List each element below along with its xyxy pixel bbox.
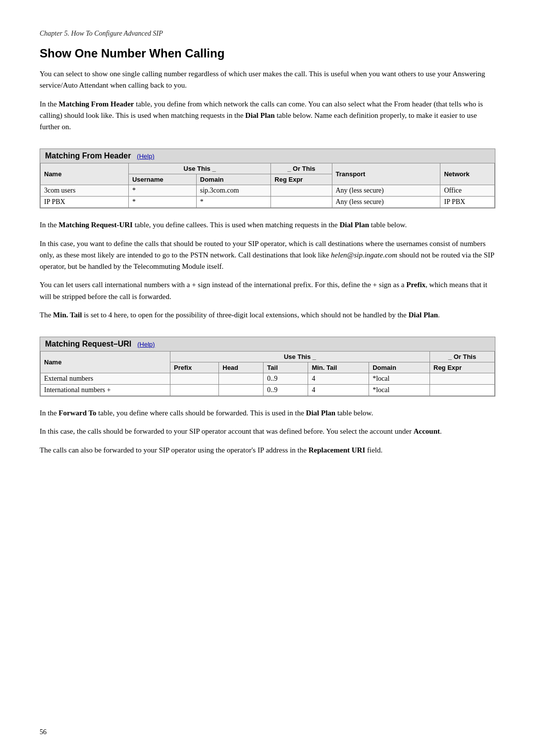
table2-col-regexpr: Reg Expr — [430, 362, 495, 373]
p6-post2: . — [438, 311, 440, 319]
table2-row1-mintail: 4 — [308, 373, 369, 385]
paragraph-6: The Min. Tail is set to 4 here, to open … — [40, 309, 495, 321]
table2-row1-domain: *local — [369, 373, 430, 385]
p7-bold2: Dial Plan — [306, 409, 336, 417]
table2-col-domain: Domain — [369, 362, 430, 373]
table2-grid: Name Use This _ _ Or This Prefix Head Ta… — [40, 351, 495, 396]
table2-row1-prefix — [170, 373, 219, 385]
table1-row2-username: * — [128, 197, 196, 208]
section-title: Show One Number When Calling — [40, 47, 495, 60]
table2-col-head: Head — [219, 362, 264, 373]
p6-bold: Min. Tail — [53, 311, 82, 319]
table2-help-link[interactable]: (Help) — [137, 341, 155, 348]
table1-help-link[interactable]: (Help) — [137, 152, 154, 160]
table2-col-mintail: Min. Tail — [308, 362, 369, 373]
table1-grid: Name Use This _ _ Or This Transport Netw… — [40, 163, 495, 208]
p8-bold: Account — [414, 427, 440, 435]
italic-email: helen@sip.ingate.com — [331, 251, 397, 259]
matching-request-uri-table: Matching Request–URI (Help) Name Use Thi… — [40, 337, 495, 397]
table2-row2-head — [219, 385, 264, 396]
paragraph-4: In this case, you want to define the cal… — [40, 238, 495, 273]
table1-row1-regexpr — [271, 185, 332, 197]
p2-pre: In the — [40, 100, 58, 108]
table1-col-transport: Transport — [332, 163, 440, 185]
paragraph-2: In the Matching From Header table, you d… — [40, 99, 495, 133]
table2-col-prefix: Prefix — [170, 362, 219, 373]
table1-row1-name: 3com users — [41, 185, 129, 197]
p3-post2: table below. — [369, 221, 407, 229]
table2-header-row1: Name Use This _ _ Or This — [41, 352, 495, 362]
table2-row1-regexpr — [430, 373, 495, 385]
table2-row2-tail: 0..9 — [264, 385, 308, 396]
table1-title: Matching From Header — [45, 151, 131, 160]
table-row: International numbers + 0..9 4 *local — [41, 385, 495, 396]
p6-post: is set to 4 here, to open for the possib… — [82, 311, 408, 319]
table-row: 3com users * sip.3com.com Any (less secu… — [41, 185, 495, 197]
p6-pre: The — [40, 311, 53, 319]
p5-pre: You can let users call international num… — [40, 281, 406, 289]
p7-bold: Forward To — [58, 409, 96, 417]
table1-row1-transport: Any (less secure) — [332, 185, 440, 197]
table1-row1-domain: sip.3com.com — [196, 185, 271, 197]
p9-post: field. — [365, 446, 382, 454]
table-row: IP PBX * * Any (less secure) IP PBX — [41, 197, 495, 208]
table2-row2-name: International numbers + — [41, 385, 170, 396]
chapter-header: Chapter 5. How To Configure Advanced SIP — [40, 30, 495, 38]
table2-col-or-this: _ Or This — [430, 352, 495, 362]
table2-row2-mintail: 4 — [308, 385, 369, 396]
p3-bold: Matching Request-URI — [58, 221, 133, 229]
matching-from-header-table: Matching From Header (Help) Name Use Thi… — [40, 149, 495, 208]
p3-bold2: Dial Plan — [339, 221, 369, 229]
table1-col-use-this: Use This _ — [128, 163, 270, 174]
table1-col-username: Username — [128, 174, 196, 185]
table1-row2-name: IP PBX — [41, 197, 129, 208]
table2-col-use-this: Use This _ — [170, 352, 430, 362]
table1-col-name: Name — [41, 163, 129, 185]
table2-row1-name: External numbers — [41, 373, 170, 385]
table1-row2-domain: * — [196, 197, 271, 208]
table2-title: Matching Request–URI — [45, 340, 131, 349]
p7-post: table, you define where calls should be … — [97, 409, 306, 417]
table2-row2-prefix — [170, 385, 219, 396]
p3-post: table, you define callees. This is used … — [133, 221, 340, 229]
table2-row1-tail: 0..9 — [264, 373, 308, 385]
p7-pre: In the — [40, 409, 58, 417]
table1-title-row: Matching From Header (Help) — [40, 149, 495, 163]
table2-col-name: Name — [41, 352, 170, 373]
p6-bold2: Dial Plan — [408, 311, 438, 319]
table2-row2-regexpr — [430, 385, 495, 396]
paragraph-7: In the Forward To table, you define wher… — [40, 407, 495, 419]
paragraph-9: The calls can also be forwarded to your … — [40, 445, 495, 456]
p8-pre: In this case, the calls should be forwar… — [40, 427, 414, 435]
p2-bold: Matching From Header — [58, 100, 134, 108]
p2-bold2: Dial Plan — [245, 111, 275, 119]
table1-col-domain: Domain — [196, 174, 271, 185]
table2-row2-domain: *local — [369, 385, 430, 396]
table-row: External numbers 0..9 4 *local — [41, 373, 495, 385]
paragraph-8: In this case, the calls should be forwar… — [40, 426, 495, 437]
table1-col-or-this: _ Or This — [271, 163, 332, 174]
page-number: 56 — [40, 728, 47, 736]
table1-row1-network: Office — [440, 185, 495, 197]
paragraph-3: In the Matching Request-URI table, you d… — [40, 219, 495, 231]
p8-post: . — [440, 427, 442, 435]
table2-col-tail: Tail — [264, 362, 308, 373]
table1-row2-transport: Any (less secure) — [332, 197, 440, 208]
table2-title-row: Matching Request–URI (Help) — [40, 337, 495, 351]
paragraph-1: You can select to show one single callin… — [40, 68, 495, 92]
p5-bold: Prefix — [406, 281, 426, 289]
paragraph-5: You can let users call international num… — [40, 279, 495, 302]
table2-row1-head — [219, 373, 264, 385]
p3-pre: In the — [40, 221, 58, 229]
table1-row1-username: * — [128, 185, 196, 197]
table1-row2-network: IP PBX — [440, 197, 495, 208]
p9-bold: Replacement URI — [309, 446, 366, 454]
table1-header-row1: Name Use This _ _ Or This Transport Netw… — [41, 163, 495, 174]
p9-pre: The calls can also be forwarded to your … — [40, 446, 309, 454]
table1-row2-regexpr — [271, 197, 332, 208]
table1-col-network: Network — [440, 163, 495, 185]
p7-post2: table below. — [335, 409, 373, 417]
table1-col-regexpr: Reg Expr — [271, 174, 332, 185]
